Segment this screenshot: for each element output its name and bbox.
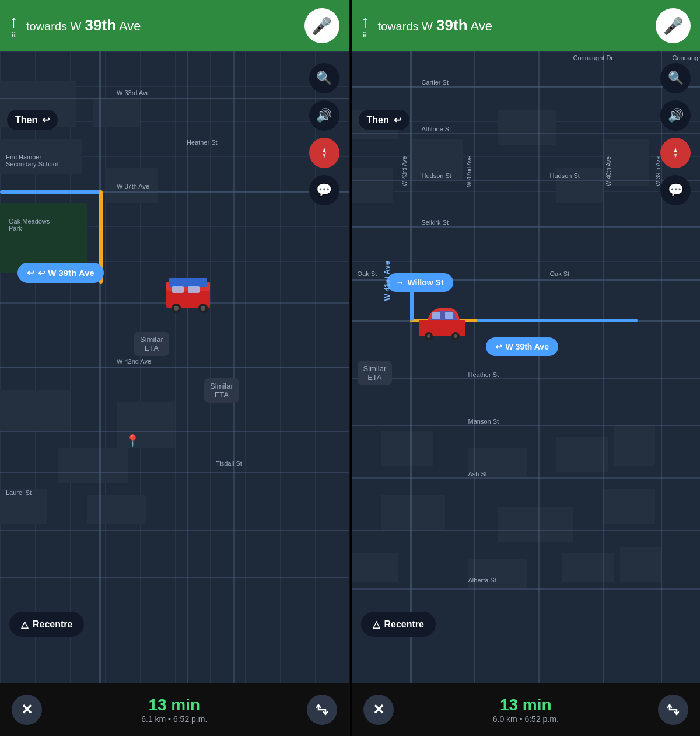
left-bottom-bar: ✕ 13 min 6.1 km • 6:52 p.m. (0, 683, 349, 736)
tisdall-label: Tisdall St (216, 460, 242, 467)
street-w33: W 33rd Ave (117, 89, 150, 96)
right-direction-arrow: ↑ ⠿ (361, 12, 370, 40)
right-search-button[interactable]: 🔍 (660, 63, 691, 93)
right-eta-info: 13 min 6.0 km • 6:52 p.m. (493, 696, 559, 724)
r-athlone: Athlone St (422, 125, 452, 132)
route-blue-h (0, 190, 102, 194)
left-routes-button[interactable] (307, 695, 337, 725)
right-bottom-bar: ✕ 13 min 6.0 km • 6:52 p.m. (352, 683, 701, 736)
svg-point-16 (427, 334, 430, 338)
right-direction-text: towards W 39th Ave (378, 16, 648, 34)
map-block-r9 (556, 437, 608, 472)
r-oak: Oak St (358, 270, 377, 277)
left-eta-1: SimilarETA (134, 332, 169, 356)
svg-rect-13 (445, 312, 453, 319)
right-recentre-button[interactable]: △ Recentre (361, 612, 436, 637)
r-hudson: Hudson St (422, 172, 452, 179)
r-street-h2 (352, 133, 701, 134)
street-line-h6 (0, 472, 349, 473)
right-close-button[interactable]: ✕ (363, 695, 394, 725)
svg-rect-2 (169, 278, 207, 287)
right-eta-1: SimilarETA (358, 361, 393, 385)
left-direction-text: towards W 39th Ave (26, 16, 296, 34)
left-then-button[interactable]: Then ↩ (7, 110, 58, 130)
svg-rect-4 (188, 286, 200, 293)
svg-point-8 (201, 306, 205, 311)
map-block-r17 (620, 547, 661, 582)
r-heather: Heather St (468, 371, 499, 378)
right-eta-time: 13 min (493, 696, 559, 714)
left-map: ↩ ↩ W 39th Ave W 33rd Ave W 37th Ave W 4… (0, 51, 349, 683)
map-block-r13 (603, 489, 655, 524)
r-street-h11 (352, 588, 701, 590)
r-oak2: Oak St (550, 270, 570, 277)
left-direction-label: ↩ ↩ W 39th Ave (18, 263, 104, 283)
r-w43rd-label: W 43rd Ave (401, 156, 408, 187)
right-routes-button[interactable] (658, 695, 688, 725)
r-street-h8 (352, 425, 701, 426)
svg-marker-9 (323, 148, 326, 153)
right-compass-button[interactable] (660, 138, 691, 168)
left-volume-button[interactable]: 🔊 (309, 100, 340, 131)
map-block (0, 390, 70, 431)
left-eta-2: SimilarETA (204, 378, 239, 403)
left-recentre-button[interactable]: △ Recentre (9, 612, 84, 637)
r-route-blue-h (474, 319, 638, 322)
street-line-h7 (0, 530, 349, 531)
right-mic-icon: 🎤 (663, 16, 684, 36)
right-then-button[interactable]: Then ↩ (359, 110, 410, 130)
location-pin: 📍 (125, 434, 140, 448)
right-car-vehicle (416, 302, 468, 340)
map-block-r7 (381, 431, 433, 466)
r-cartier: Cartier St (422, 79, 449, 86)
r-selkirk: Selkirk St (422, 219, 449, 226)
left-screen: ↑ ⠿ towards W 39th Ave 🎤 (0, 0, 350, 736)
r-street-h4 (352, 226, 701, 228)
left-compass-button[interactable] (309, 138, 340, 168)
right-mic-button[interactable]: 🎤 (656, 8, 691, 43)
left-nav-header: ↑ ⠿ towards W 39th Ave 🎤 (0, 0, 349, 51)
right-volume-button[interactable]: 🔊 (660, 100, 691, 131)
heather-label: Heather St (187, 139, 218, 146)
map-block-r14 (352, 553, 398, 582)
left-mic-button[interactable]: 🎤 (304, 8, 340, 43)
svg-marker-18 (674, 148, 677, 153)
r-ash: Ash St (468, 470, 487, 477)
left-mic-icon: 🎤 (312, 16, 332, 36)
right-side-buttons: 🔍 🔊 💬 (660, 63, 691, 205)
left-bus-vehicle (163, 273, 216, 314)
school-label: Eric HamberSecondary School (6, 154, 58, 168)
street-line-h4 (0, 367, 349, 368)
street-line-h8 (0, 577, 349, 578)
map-block (58, 448, 128, 483)
map-block-r15 (468, 559, 527, 588)
r-w40th-label: W 40th Ave (605, 156, 611, 186)
left-eta-info: 13 min 6.1 km • 6:52 p.m. (141, 696, 207, 724)
left-close-button[interactable]: ✕ (12, 695, 42, 725)
right-screen: ↑ ⠿ towards W 39th Ave 🎤 (352, 0, 701, 736)
map-block (88, 495, 146, 524)
park-label: Oak MeadowsPark (9, 218, 50, 232)
svg-point-7 (174, 306, 178, 311)
r-alberta: Alberta St (468, 577, 496, 584)
left-eta-details: 6.1 km • 6:52 p.m. (141, 714, 207, 724)
map-block-r12 (498, 507, 573, 542)
left-report-button[interactable]: 💬 (309, 175, 340, 205)
street-w42: W 42nd Ave (117, 358, 151, 365)
svg-marker-19 (674, 153, 677, 158)
svg-rect-12 (432, 312, 440, 319)
right-nav-header: ↑ ⠿ towards W 39th Ave 🎤 (352, 0, 701, 51)
laurel-label: Laurel St (6, 489, 32, 496)
left-eta-time: 13 min (141, 696, 207, 714)
right-direction-label: ↩ W 39th Ave (486, 337, 558, 356)
left-direction-arrow: ↑ ⠿ (9, 12, 18, 40)
r-street-h1 (352, 86, 701, 88)
left-search-button[interactable]: 🔍 (309, 63, 340, 93)
street-line-h1 (0, 98, 349, 99)
svg-marker-10 (323, 153, 326, 158)
r-street-h9 (352, 477, 701, 479)
r-connaught: Connaught Dr (673, 54, 701, 61)
right-eta-details: 6.0 km • 6:52 p.m. (493, 714, 559, 724)
svg-rect-3 (172, 286, 184, 293)
right-report-button[interactable]: 💬 (660, 175, 691, 205)
